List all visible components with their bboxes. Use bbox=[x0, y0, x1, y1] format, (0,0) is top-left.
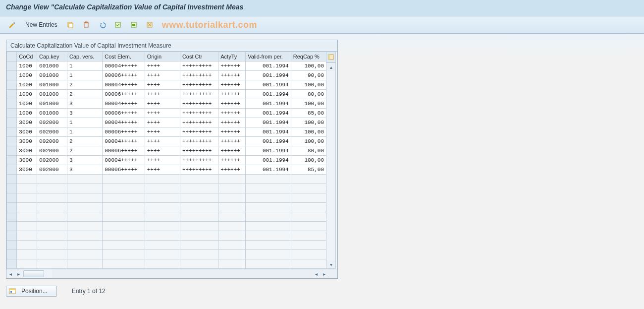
cell-costelem[interactable] bbox=[103, 212, 145, 222]
row-selector[interactable] bbox=[7, 80, 17, 90]
cell-origin[interactable]: ++++ bbox=[145, 71, 180, 80]
table-row[interactable]: 3000002000200004++++++++++++++++++++++++… bbox=[7, 137, 326, 146]
col-capkey[interactable]: Cap.key bbox=[37, 52, 67, 62]
cell-cocd[interactable]: 1000 bbox=[17, 71, 37, 80]
cell-capkey[interactable] bbox=[37, 184, 67, 193]
cell-cocd[interactable]: 1000 bbox=[17, 109, 37, 118]
cell-capvers[interactable]: 2 bbox=[67, 80, 103, 90]
toggle-display-change-button[interactable] bbox=[5, 19, 20, 30]
cell-cocd[interactable]: 3000 bbox=[17, 127, 37, 137]
cell-actyty[interactable]: ++++++ bbox=[218, 146, 246, 156]
position-button[interactable]: Position... bbox=[6, 286, 57, 297]
table-row[interactable] bbox=[7, 203, 326, 212]
cell-cocd[interactable]: 1000 bbox=[17, 80, 37, 90]
cell-costctr[interactable]: +++++++++ bbox=[180, 99, 218, 109]
cell-costctr[interactable]: +++++++++ bbox=[180, 80, 218, 90]
cell-cocd[interactable] bbox=[17, 193, 37, 203]
table-row[interactable] bbox=[7, 212, 326, 222]
cell-actyty[interactable] bbox=[218, 241, 246, 250]
cell-reqcap[interactable]: 100,00 bbox=[291, 127, 326, 137]
cell-origin[interactable] bbox=[145, 175, 180, 184]
row-selector[interactable] bbox=[7, 193, 17, 203]
cell-cocd[interactable]: 1000 bbox=[17, 99, 37, 109]
cell-capvers[interactable] bbox=[67, 203, 103, 212]
cell-capkey[interactable]: 001000 bbox=[37, 71, 67, 80]
cell-origin[interactable]: ++++ bbox=[145, 156, 180, 165]
cell-reqcap[interactable] bbox=[291, 212, 326, 222]
cell-origin[interactable] bbox=[145, 212, 180, 222]
cell-costelem[interactable]: 00006+++++ bbox=[103, 90, 145, 99]
cell-origin[interactable]: ++++ bbox=[145, 118, 180, 127]
cell-capvers[interactable]: 3 bbox=[67, 156, 103, 165]
row-selector[interactable] bbox=[7, 241, 17, 250]
table-row[interactable]: 1000001000200004++++++++++++++++++++++++… bbox=[7, 80, 326, 90]
hscroll-right-2[interactable]: ▸ bbox=[320, 269, 328, 278]
table-settings-button[interactable] bbox=[326, 52, 336, 62]
col-validfrom[interactable]: Valid-from per. bbox=[246, 52, 291, 62]
hscroll-left-1[interactable]: ◂ bbox=[6, 269, 14, 278]
row-selector[interactable] bbox=[7, 212, 17, 222]
cell-origin[interactable]: ++++ bbox=[145, 62, 180, 71]
cell-reqcap[interactable] bbox=[291, 193, 326, 203]
cell-reqcap[interactable] bbox=[291, 231, 326, 241]
cell-capkey[interactable] bbox=[37, 175, 67, 184]
cell-capvers[interactable]: 3 bbox=[67, 99, 103, 109]
cell-costelem[interactable] bbox=[103, 193, 145, 203]
row-selector[interactable] bbox=[7, 156, 17, 165]
cell-reqcap[interactable]: 100,00 bbox=[291, 80, 326, 90]
cell-cocd[interactable] bbox=[17, 184, 37, 193]
cell-capkey[interactable]: 001000 bbox=[37, 99, 67, 109]
cell-actyty[interactable] bbox=[218, 231, 246, 241]
table-row[interactable] bbox=[7, 241, 326, 250]
cell-actyty[interactable] bbox=[218, 193, 246, 203]
table-row[interactable]: 3000002000200006++++++++++++++++++++++++… bbox=[7, 146, 326, 156]
table-row[interactable]: 1000001000100006++++++++++++++++++++++++… bbox=[7, 71, 326, 80]
cell-reqcap[interactable]: 80,00 bbox=[291, 146, 326, 156]
cell-costctr[interactable] bbox=[180, 241, 218, 250]
cell-costelem[interactable] bbox=[103, 184, 145, 193]
cell-origin[interactable]: ++++ bbox=[145, 99, 180, 109]
col-reqcap[interactable]: ReqCap % bbox=[291, 52, 326, 62]
new-entries-button[interactable]: New Entries bbox=[21, 19, 62, 30]
row-selector[interactable] bbox=[7, 175, 17, 184]
cell-actyty[interactable]: ++++++ bbox=[218, 90, 246, 99]
cell-capvers[interactable] bbox=[67, 175, 103, 184]
cell-costctr[interactable]: +++++++++ bbox=[180, 146, 218, 156]
cell-costctr[interactable]: +++++++++ bbox=[180, 90, 218, 99]
cell-capvers[interactable]: 3 bbox=[67, 109, 103, 118]
cell-capkey[interactable]: 002000 bbox=[37, 146, 67, 156]
cell-capvers[interactable]: 1 bbox=[67, 62, 103, 71]
cell-costctr[interactable] bbox=[180, 222, 218, 231]
cell-reqcap[interactable] bbox=[291, 259, 326, 269]
table-row[interactable]: 3000002000100006++++++++++++++++++++++++… bbox=[7, 127, 326, 137]
cell-costelem[interactable]: 00004+++++ bbox=[103, 80, 145, 90]
cell-origin[interactable]: ++++ bbox=[145, 127, 180, 137]
cell-cocd[interactable] bbox=[17, 231, 37, 241]
cell-capkey[interactable]: 002000 bbox=[37, 165, 67, 175]
cell-costctr[interactable] bbox=[180, 231, 218, 241]
cell-capkey[interactable] bbox=[37, 212, 67, 222]
cell-validfrom[interactable] bbox=[246, 250, 291, 259]
cell-reqcap[interactable]: 100,00 bbox=[291, 118, 326, 127]
cell-origin[interactable] bbox=[145, 222, 180, 231]
table-row[interactable] bbox=[7, 259, 326, 269]
row-selector[interactable] bbox=[7, 109, 17, 118]
cell-reqcap[interactable] bbox=[291, 250, 326, 259]
cell-capvers[interactable]: 3 bbox=[67, 165, 103, 175]
col-capvers[interactable]: Cap. vers. bbox=[67, 52, 103, 62]
cell-validfrom[interactable]: 001.1994 bbox=[246, 165, 291, 175]
table-row[interactable] bbox=[7, 184, 326, 193]
cell-costelem[interactable] bbox=[103, 241, 145, 250]
cell-validfrom[interactable]: 001.1994 bbox=[246, 71, 291, 80]
cell-costctr[interactable] bbox=[180, 184, 218, 193]
cell-validfrom[interactable]: 001.1994 bbox=[246, 156, 291, 165]
cell-costelem[interactable]: 00004+++++ bbox=[103, 156, 145, 165]
cell-cocd[interactable] bbox=[17, 175, 37, 184]
cell-actyty[interactable] bbox=[218, 184, 246, 193]
cell-actyty[interactable] bbox=[218, 222, 246, 231]
row-selector[interactable] bbox=[7, 118, 17, 127]
cell-validfrom[interactable]: 001.1994 bbox=[246, 127, 291, 137]
cell-origin[interactable] bbox=[145, 184, 180, 193]
cell-costelem[interactable]: 00004+++++ bbox=[103, 118, 145, 127]
cell-origin[interactable]: ++++ bbox=[145, 80, 180, 90]
